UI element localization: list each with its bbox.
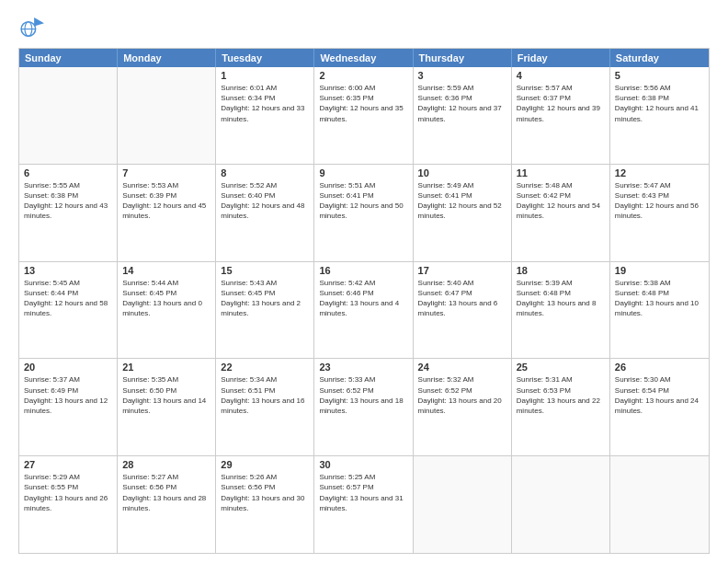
cal-header-day: Friday	[512, 49, 610, 67]
day-number: 21	[122, 362, 210, 373]
day-number: 8	[221, 167, 309, 178]
day-detail: Sunrise: 5:37 AM Sunset: 6:49 PM Dayligh…	[24, 374, 112, 416]
calendar-cell: 17Sunrise: 5:40 AM Sunset: 6:47 PM Dayli…	[414, 262, 512, 359]
day-number: 2	[319, 70, 407, 81]
calendar-cell: 13Sunrise: 5:45 AM Sunset: 6:44 PM Dayli…	[19, 262, 118, 359]
calendar-body: 1Sunrise: 6:01 AM Sunset: 6:34 PM Daylig…	[19, 67, 709, 553]
calendar-cell: 2Sunrise: 6:00 AM Sunset: 6:35 PM Daylig…	[314, 67, 413, 164]
svg-rect-0	[18, 15, 44, 40]
day-number: 29	[221, 459, 309, 470]
day-detail: Sunrise: 5:48 AM Sunset: 6:42 PM Dayligh…	[517, 180, 605, 222]
day-detail: Sunrise: 5:26 AM Sunset: 6:56 PM Dayligh…	[221, 472, 309, 513]
day-number: 5	[615, 70, 704, 81]
day-number: 1	[221, 70, 309, 81]
day-number: 23	[319, 362, 407, 373]
day-number: 14	[122, 265, 210, 276]
calendar-cell	[118, 67, 216, 164]
day-detail: Sunrise: 5:32 AM Sunset: 6:52 PM Dayligh…	[418, 374, 506, 416]
day-detail: Sunrise: 5:45 AM Sunset: 6:44 PM Dayligh…	[24, 278, 112, 319]
cal-header-day: Sunday	[19, 49, 118, 67]
day-number: 7	[122, 167, 210, 178]
day-number: 19	[615, 265, 704, 276]
calendar-cell: 11Sunrise: 5:48 AM Sunset: 6:42 PM Dayli…	[512, 165, 610, 261]
calendar-cell: 21Sunrise: 5:35 AM Sunset: 6:50 PM Dayli…	[118, 359, 216, 455]
day-detail: Sunrise: 5:59 AM Sunset: 6:36 PM Dayligh…	[418, 83, 506, 124]
day-detail: Sunrise: 5:34 AM Sunset: 6:51 PM Dayligh…	[221, 374, 309, 416]
calendar-cell	[414, 456, 512, 553]
day-number: 25	[517, 362, 605, 373]
day-number: 17	[418, 265, 506, 276]
calendar-cell: 22Sunrise: 5:34 AM Sunset: 6:51 PM Dayli…	[216, 359, 314, 455]
day-detail: Sunrise: 5:55 AM Sunset: 6:38 PM Dayligh…	[24, 180, 112, 222]
page: SundayMondayTuesdayWednesdayThursdayFrid…	[0, 0, 728, 563]
calendar-cell: 10Sunrise: 5:49 AM Sunset: 6:41 PM Dayli…	[414, 165, 512, 261]
calendar-cell	[19, 67, 118, 164]
day-detail: Sunrise: 5:57 AM Sunset: 6:37 PM Dayligh…	[517, 83, 605, 124]
day-detail: Sunrise: 5:56 AM Sunset: 6:38 PM Dayligh…	[615, 83, 704, 124]
day-detail: Sunrise: 5:53 AM Sunset: 6:39 PM Dayligh…	[122, 180, 210, 222]
calendar-cell	[512, 456, 610, 553]
day-detail: Sunrise: 5:39 AM Sunset: 6:48 PM Dayligh…	[517, 278, 605, 319]
day-number: 22	[221, 362, 309, 373]
day-number: 12	[615, 167, 704, 178]
calendar-cell: 7Sunrise: 5:53 AM Sunset: 6:39 PM Daylig…	[118, 165, 216, 261]
day-number: 27	[24, 459, 112, 470]
day-number: 4	[517, 70, 605, 81]
calendar-cell: 3Sunrise: 5:59 AM Sunset: 6:36 PM Daylig…	[414, 67, 512, 164]
day-detail: Sunrise: 5:35 AM Sunset: 6:50 PM Dayligh…	[122, 374, 210, 416]
day-detail: Sunrise: 5:38 AM Sunset: 6:48 PM Dayligh…	[615, 278, 704, 319]
day-number: 10	[418, 167, 506, 178]
calendar-cell: 12Sunrise: 5:47 AM Sunset: 6:43 PM Dayli…	[610, 165, 709, 261]
day-detail: Sunrise: 5:25 AM Sunset: 6:57 PM Dayligh…	[319, 472, 407, 513]
day-number: 15	[221, 265, 309, 276]
calendar-cell: 28Sunrise: 5:27 AM Sunset: 6:56 PM Dayli…	[118, 456, 216, 553]
header	[18, 15, 710, 40]
calendar-row: 13Sunrise: 5:45 AM Sunset: 6:44 PM Dayli…	[19, 262, 709, 360]
day-detail: Sunrise: 5:43 AM Sunset: 6:45 PM Dayligh…	[221, 278, 309, 319]
logo-icon	[18, 15, 44, 40]
day-detail: Sunrise: 5:30 AM Sunset: 6:54 PM Dayligh…	[615, 374, 704, 416]
cal-header-day: Monday	[118, 49, 216, 67]
calendar-cell: 1Sunrise: 6:01 AM Sunset: 6:34 PM Daylig…	[216, 67, 314, 164]
day-detail: Sunrise: 5:49 AM Sunset: 6:41 PM Dayligh…	[418, 180, 506, 222]
day-number: 9	[319, 167, 407, 178]
calendar-row: 20Sunrise: 5:37 AM Sunset: 6:49 PM Dayli…	[19, 359, 709, 456]
calendar-cell	[610, 456, 709, 553]
day-detail: Sunrise: 5:51 AM Sunset: 6:41 PM Dayligh…	[319, 180, 407, 222]
day-detail: Sunrise: 5:29 AM Sunset: 6:55 PM Dayligh…	[24, 472, 112, 513]
cal-header-day: Tuesday	[216, 49, 314, 67]
day-detail: Sunrise: 5:27 AM Sunset: 6:56 PM Dayligh…	[122, 472, 210, 513]
calendar-cell: 16Sunrise: 5:42 AM Sunset: 6:46 PM Dayli…	[314, 262, 413, 359]
calendar-cell: 9Sunrise: 5:51 AM Sunset: 6:41 PM Daylig…	[314, 165, 413, 261]
cal-header-day: Saturday	[610, 49, 709, 67]
calendar-cell: 25Sunrise: 5:31 AM Sunset: 6:53 PM Dayli…	[512, 359, 610, 455]
day-number: 30	[319, 459, 407, 470]
day-number: 6	[24, 167, 112, 178]
calendar-cell: 6Sunrise: 5:55 AM Sunset: 6:38 PM Daylig…	[19, 165, 118, 261]
day-number: 20	[24, 362, 112, 373]
day-detail: Sunrise: 6:01 AM Sunset: 6:34 PM Dayligh…	[221, 83, 309, 124]
calendar-cell: 18Sunrise: 5:39 AM Sunset: 6:48 PM Dayli…	[512, 262, 610, 359]
day-number: 28	[122, 459, 210, 470]
day-detail: Sunrise: 5:44 AM Sunset: 6:45 PM Dayligh…	[122, 278, 210, 319]
calendar-cell: 19Sunrise: 5:38 AM Sunset: 6:48 PM Dayli…	[610, 262, 709, 359]
day-detail: Sunrise: 5:42 AM Sunset: 6:46 PM Dayligh…	[319, 278, 407, 319]
calendar-cell: 27Sunrise: 5:29 AM Sunset: 6:55 PM Dayli…	[19, 456, 118, 553]
day-number: 26	[615, 362, 704, 373]
calendar-cell: 30Sunrise: 5:25 AM Sunset: 6:57 PM Dayli…	[314, 456, 413, 553]
calendar-cell: 29Sunrise: 5:26 AM Sunset: 6:56 PM Dayli…	[216, 456, 314, 553]
day-detail: Sunrise: 5:31 AM Sunset: 6:53 PM Dayligh…	[517, 374, 605, 416]
calendar-cell: 20Sunrise: 5:37 AM Sunset: 6:49 PM Dayli…	[19, 359, 118, 455]
calendar-row: 1Sunrise: 6:01 AM Sunset: 6:34 PM Daylig…	[19, 67, 709, 165]
cal-header-day: Thursday	[414, 49, 512, 67]
calendar-cell: 4Sunrise: 5:57 AM Sunset: 6:37 PM Daylig…	[512, 67, 610, 164]
day-number: 16	[319, 265, 407, 276]
calendar-cell: 5Sunrise: 5:56 AM Sunset: 6:38 PM Daylig…	[610, 67, 709, 164]
calendar-cell: 26Sunrise: 5:30 AM Sunset: 6:54 PM Dayli…	[610, 359, 709, 455]
cal-header-day: Wednesday	[314, 49, 413, 67]
day-number: 24	[418, 362, 506, 373]
svg-marker-4	[34, 17, 44, 26]
day-number: 3	[418, 70, 506, 81]
day-detail: Sunrise: 5:40 AM Sunset: 6:47 PM Dayligh…	[418, 278, 506, 319]
calendar-cell: 23Sunrise: 5:33 AM Sunset: 6:52 PM Dayli…	[314, 359, 413, 455]
